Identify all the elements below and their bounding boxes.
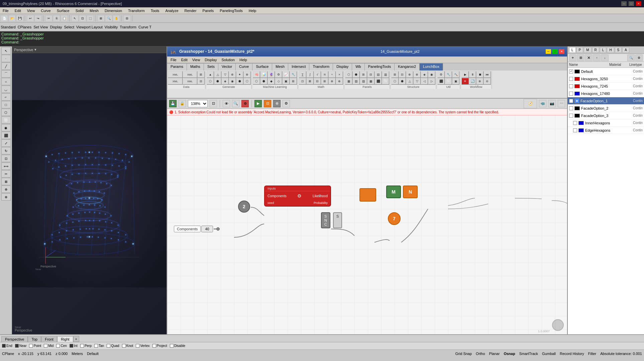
tool-mirror[interactable]: ⟺ — [1, 162, 11, 170]
menu-render[interactable]: Render — [183, 8, 198, 13]
layer-name-innerhex[interactable]: InnerHexagons — [585, 121, 632, 125]
snap-point-cb[interactable] — [29, 344, 33, 348]
grid-snap[interactable]: Grid Snap — [455, 352, 472, 356]
gh-tab-intersect[interactable]: Intersect — [288, 63, 309, 71]
layer-facade-2[interactable]: FacadeOption_2 Contin — [568, 105, 644, 112]
gh-tb-math10[interactable]: ⊞ — [321, 78, 328, 85]
tb-grid[interactable]: ⊟ — [123, 15, 131, 22]
gh-menu-view[interactable]: View — [190, 57, 202, 63]
gh-tb-math3[interactable]: √ — [314, 71, 321, 78]
gh-menu-edit[interactable]: Edit — [179, 57, 190, 63]
layer-new-sub[interactable]: ⊞ — [577, 54, 584, 61]
gh-tb-str11[interactable]: ◁ — [421, 78, 428, 85]
gh-tb-ml2[interactable]: 📊 — [260, 71, 267, 78]
layer-default[interactable]: ✓ Default Contin — [568, 68, 644, 75]
gh-tb-wf8[interactable]: ⊖ — [484, 78, 491, 85]
tool-move[interactable]: ⤢ — [1, 139, 11, 147]
gh-tab-vector[interactable]: Vector — [218, 63, 236, 71]
components-value[interactable]: 40 — [201, 226, 213, 232]
tb-undo[interactable]: ↩ — [27, 15, 34, 22]
gh-tb-gen2[interactable]: △ — [214, 71, 221, 78]
viewport-canvas[interactable]: Perspective Near Perspective Near — [12, 53, 167, 334]
gh-tb-str9[interactable]: △ — [406, 78, 413, 85]
snap-project[interactable]: Project — [152, 344, 167, 348]
snap-perp-cb[interactable] — [80, 344, 84, 348]
snap-vertex-cb[interactable] — [136, 344, 139, 348]
gh-tb-xml4[interactable]: XML — [183, 78, 197, 85]
layer-new[interactable]: + — [569, 54, 576, 61]
orange-box-1[interactable] — [359, 188, 376, 202]
snap-cen-cb[interactable] — [56, 344, 60, 348]
viewport-tab-front[interactable]: Front — [41, 336, 57, 342]
gh-tb-wf5[interactable]: ✕ — [461, 78, 469, 85]
gh-save-icon[interactable]: 💾 — [169, 100, 177, 107]
layer-color-default[interactable] — [574, 70, 580, 74]
tb-setview[interactable]: Set View — [33, 25, 48, 29]
n-node[interactable]: N — [403, 186, 418, 198]
snap-disable[interactable]: Disable — [170, 344, 185, 348]
gh-tb-gen5[interactable]: ✦ — [236, 71, 243, 78]
gh-tb-pan9[interactable]: ▨ — [360, 78, 367, 85]
snap-near-cb[interactable] — [15, 344, 19, 348]
layer-check-facade1[interactable] — [569, 99, 573, 103]
gh-tb-math8[interactable]: ⊠ — [306, 78, 314, 85]
layer-name-hex17480[interactable]: Hexagons_17480 — [581, 92, 632, 96]
planar-status[interactable]: Planar — [489, 352, 500, 356]
gh-more-icon[interactable]: ⋯ — [558, 100, 565, 107]
rp-tab-render[interactable]: R — [592, 47, 599, 53]
snap-knot[interactable]: Knot — [122, 344, 133, 348]
gh-tab-kangaroo[interactable]: Kangaroo2 — [395, 63, 420, 71]
tool-rotate[interactable]: ↻ — [1, 147, 11, 154]
gh-close-button[interactable]: ✕ — [559, 49, 564, 54]
gh-tb-gen1[interactable]: ▲ — [207, 71, 214, 78]
layer-check-hex17480[interactable] — [569, 92, 573, 96]
gh-settings-icon[interactable]: ⚙ — [283, 100, 290, 107]
menu-view[interactable]: View — [26, 8, 36, 13]
tb-redo[interactable]: ↪ — [34, 15, 42, 22]
tb-transform[interactable]: Transform — [120, 25, 136, 29]
gh-tb-wf6[interactable]: 🔄 — [469, 78, 476, 85]
layer-edge-hex[interactable]: EdgeHexagons Contin — [568, 127, 644, 134]
gh-tb-pan8[interactable]: ▧ — [352, 78, 360, 85]
layer-check-default[interactable]: ✓ — [569, 70, 573, 74]
gh-tb-gen9[interactable]: ◈ — [221, 78, 229, 85]
snap-end[interactable]: End — [2, 344, 12, 348]
gaussian-mixture-node[interactable]: Inputs Components ⚙ Likelihood seed Prob… — [264, 186, 331, 207]
tb-select2[interactable]: ⊡ — [79, 15, 86, 22]
layer-name-facade1[interactable]: FacadeOption_1 — [580, 99, 632, 103]
rp-tab-props[interactable]: P — [576, 47, 583, 53]
gh-tb-pan12[interactable]: ⬜ — [382, 78, 389, 85]
tool-polyline[interactable]: ⌐ — [1, 93, 11, 101]
filter-status[interactable]: Filter — [588, 352, 596, 356]
gh-tb-pan11[interactable]: ⬛ — [374, 78, 382, 85]
menu-mesh[interactable]: Mesh — [88, 8, 100, 13]
gh-canvas[interactable]: Components 40 2 Inputs Comp — [167, 115, 567, 334]
menu-file[interactable]: File — [1, 8, 10, 13]
gh-tb-ml11[interactable]: ▣ — [282, 78, 290, 85]
rp-tab-h[interactable]: H — [607, 47, 614, 53]
gh-tb-pan7[interactable]: ▦ — [345, 78, 352, 85]
layer-check-facade3[interactable] — [569, 114, 573, 118]
layer-name-hex3250[interactable]: Hexagons_3250 — [581, 77, 632, 81]
layer-color-hex3250[interactable] — [574, 77, 580, 81]
tool-explode[interactable]: ⊗ — [1, 193, 11, 201]
layer-facade-3[interactable]: FacadeOption_3 Contin — [568, 112, 644, 119]
layer-down[interactable]: ↓ — [601, 54, 609, 61]
gh-tb-math7[interactable]: ⊡ — [299, 78, 306, 85]
gh-tb-wf3[interactable]: ⏹ — [476, 71, 484, 78]
snap-mid-cb[interactable] — [44, 344, 47, 348]
layer-check-edgehex[interactable] — [573, 128, 577, 132]
snap-vertex[interactable]: Vertex — [136, 344, 149, 348]
menu-transform[interactable]: Transform — [127, 8, 146, 13]
gh-tb-str5[interactable]: ◈ — [421, 71, 428, 78]
m-node[interactable]: M — [386, 186, 401, 198]
viewport-tab-top[interactable]: Top — [28, 336, 41, 342]
gh-tab-display[interactable]: Display — [333, 63, 352, 71]
tool-line[interactable]: ╱ — [1, 63, 11, 70]
gh-tb-gen8[interactable]: ⬢ — [214, 78, 221, 85]
tb-viewport-layout[interactable]: Viewport Layout — [76, 25, 103, 29]
gh-tab-paneling[interactable]: PanelingTools — [365, 63, 395, 71]
number-7-node[interactable]: 7 — [388, 212, 401, 225]
menu-surface[interactable]: Surface — [56, 8, 71, 13]
tool-polygon[interactable]: ⬡ — [1, 109, 11, 116]
